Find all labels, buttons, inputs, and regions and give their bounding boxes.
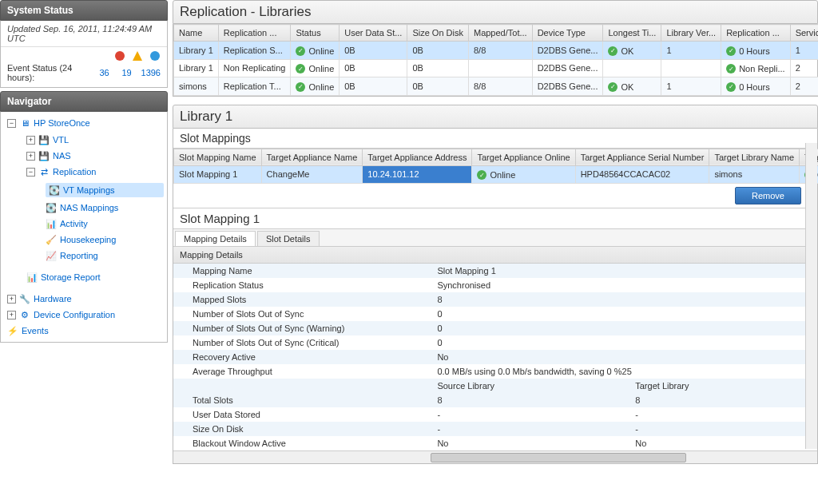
library-detail-title: Library 1 (173, 105, 818, 129)
expand-icon[interactable]: + (26, 136, 35, 145)
warning-icon[interactable] (132, 50, 143, 62)
error-icon[interactable] (114, 50, 125, 62)
info-icon[interactable] (149, 50, 161, 62)
svg-point-2 (150, 51, 160, 61)
nav-storage-report[interactable]: 📊Storage Report (26, 272, 167, 283)
nav-nas[interactable]: +💾NAS (26, 150, 167, 161)
slot-col[interactable]: Target Appliance Serial Number (575, 149, 709, 165)
warning-count[interactable]: 19 (119, 68, 135, 77)
expand-icon[interactable]: + (26, 152, 35, 161)
expand-icon[interactable]: + (7, 295, 16, 304)
library-compare-table: Source LibraryTarget Library Total Slots… (173, 379, 817, 450)
slot-col[interactable]: Target Library Name (709, 149, 800, 165)
tab-slot-details[interactable]: Slot Details (257, 231, 320, 246)
gear-icon: ⚙ (19, 309, 30, 320)
mapping-details-table: Mapping NameSlot Mapping 1Replication St… (173, 264, 817, 379)
drive-icon: 💾 (38, 150, 50, 161)
col-name[interactable]: Name (174, 25, 219, 42)
slot-col[interactable]: Target Appliance Address (363, 149, 472, 165)
drive-icon: 💾 (38, 134, 50, 145)
system-status-panel: Updated Sep. 16, 2011, 11:24:49 AM UTC E… (0, 21, 168, 88)
slot-mapping-title: Slot Mapping 1 (173, 208, 817, 229)
expand-icon[interactable]: + (7, 311, 16, 319)
drive-icon: 💽 (49, 185, 60, 196)
hardware-icon: 🔧 (19, 293, 30, 304)
collapse-icon[interactable]: − (7, 119, 16, 128)
ok-icon (477, 170, 486, 180)
lightning-icon: ⚡ (7, 325, 18, 336)
error-count[interactable]: 36 (97, 68, 113, 77)
navigator-header: Navigator (0, 91, 168, 112)
nav-replication[interactable]: −⇄Replication (26, 166, 167, 177)
mapping-details-heading: Mapping Details (173, 247, 817, 264)
broom-icon: 🧹 (46, 234, 57, 245)
slot-mappings-heading: Slot Mappings (173, 129, 817, 149)
library-detail-panel: Slot Mappings Slot Mapping NameTarget Ap… (173, 129, 818, 465)
col-libver[interactable]: Library Ver... (661, 25, 721, 42)
library-row[interactable]: Library 1Non ReplicatingOnline0B0BD2DBS … (174, 59, 819, 77)
col-status[interactable]: Status (291, 25, 340, 42)
col-replication[interactable]: Replication ... (218, 25, 291, 42)
libraries-grid: Name Replication ... Status User Data St… (173, 24, 818, 97)
svg-point-0 (115, 51, 125, 61)
svg-marker-1 (133, 51, 142, 61)
col-devicetype[interactable]: Device Type (532, 25, 603, 42)
nav-nas-mappings[interactable]: 💽NAS Mappings (46, 202, 167, 213)
tab-mapping-details[interactable]: Mapping Details (175, 231, 256, 246)
col-serviceset[interactable]: Service Set (790, 25, 818, 42)
info-count[interactable]: 1396 (141, 68, 161, 77)
col-sizeondisk[interactable]: Size On Disk (407, 25, 469, 42)
navigator-tree: − 🖥 HP StoreOnce +💾VTL +💾NAS −⇄Replicati… (0, 112, 168, 343)
system-status-header: System Status (0, 0, 168, 21)
nav-activity[interactable]: 📊Activity (46, 218, 167, 229)
libraries-title: Replication - Libraries (173, 0, 818, 24)
nav-vt-mappings[interactable]: 💽VT Mappings (46, 183, 164, 197)
server-icon: 🖥 (19, 117, 30, 129)
status-updated: Updated Sep. 16, 2011, 11:24:49 AM UTC (1, 21, 167, 47)
slot-mappings-grid: Slot Mapping NameTarget Appliance NameTa… (173, 149, 818, 185)
nav-housekeeping[interactable]: 🧹Housekeeping (46, 234, 167, 245)
nav-vtl[interactable]: +💾VTL (26, 134, 167, 145)
nav-device-config[interactable]: +⚙Device Configuration (7, 309, 167, 320)
slot-col[interactable]: Target Appliance Name (261, 149, 363, 165)
event-status-label: Event Status (24 hours): (7, 63, 97, 82)
slot-mapping-row[interactable]: Slot Mapping 1 ChangeMe 10.24.101.12 Onl… (174, 165, 819, 184)
horizontal-scrollbar[interactable] (173, 450, 817, 463)
chart-icon: 📊 (26, 272, 38, 283)
library-row[interactable]: simonsReplication T...Online0B0B8/8D2DBS… (174, 77, 819, 96)
nav-hardware[interactable]: +🔧Hardware (7, 293, 167, 304)
remove-button[interactable]: Remove (735, 187, 801, 204)
col-repwin[interactable]: Replication ... (721, 25, 790, 42)
activity-icon: 📊 (46, 218, 57, 229)
nav-root[interactable]: − 🖥 HP StoreOnce (7, 117, 167, 129)
nav-reporting[interactable]: 📈Reporting (46, 250, 167, 261)
slot-col[interactable]: Slot Mapping Name (174, 149, 262, 165)
col-userdata[interactable]: User Data St... (340, 25, 407, 42)
col-mapped[interactable]: Mapped/Tot... (468, 25, 532, 42)
col-longest[interactable]: Longest Ti... (603, 25, 661, 42)
replication-icon: ⇄ (38, 166, 50, 177)
vertical-scrollbar[interactable] (805, 143, 817, 450)
slot-col[interactable]: Target Appliance Online (472, 149, 575, 165)
collapse-icon[interactable]: − (26, 168, 35, 177)
library-row[interactable]: Library 1Replication S...Online0B0B8/8D2… (174, 42, 819, 60)
drive-icon: 💽 (46, 202, 57, 213)
report-icon: 📈 (46, 250, 57, 261)
nav-events[interactable]: ⚡Events (7, 325, 167, 336)
